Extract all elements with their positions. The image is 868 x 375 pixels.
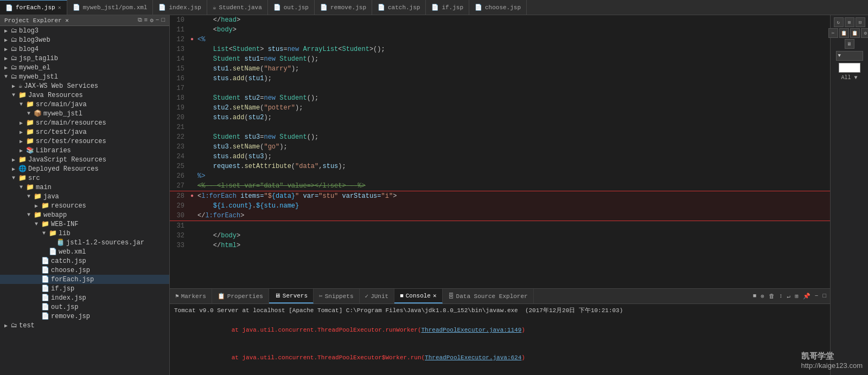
tree-item-remove-jsp[interactable]: 📄 remove.jsp [0,312,169,321]
tab-label: Snippets [325,293,354,300]
tree-item-label: index.jsp [51,294,86,302]
clear-icon[interactable]: 🗑 [767,292,776,301]
tree-item-libraries[interactable]: ▶ 📚 Libraries [0,146,169,155]
tab-out[interactable]: 📄 out.jsp [268,0,315,15]
collapse-icon[interactable]: ⧉ [138,17,142,24]
word-wrap-icon[interactable]: ↵ [786,292,793,301]
stop-icon[interactable]: ■ [751,292,758,301]
right-icon-btn-7[interactable]: ⚙ [861,28,869,38]
console-header: Tomcat v9.0 Server at localhost [Apache … [174,306,826,315]
tree-item-catch-jsp[interactable]: 📄 catch.jsp [0,256,169,266]
tab-remove[interactable]: 📄 remove.jsp [315,0,372,15]
tab-properties[interactable]: 📋 Properties [212,289,269,303]
tab-choose[interactable]: 📄 choose.jsp [469,0,527,15]
console-link-1[interactable]: ThreadPoolExecutor.java:1149 [421,327,521,333]
pin-icon[interactable]: 📌 [801,292,812,301]
right-icon-btn-3[interactable]: ⊟ [856,17,865,27]
tab-console[interactable]: ■ Console ✕ [394,289,442,303]
tab-student[interactable]: ☕ Student.java [207,0,268,15]
maximize-icon[interactable]: □ [161,17,165,24]
tree-item-myweb-el[interactable]: ▶ 🗂 myweb_el [0,63,169,72]
tree-item-src-test-res[interactable]: ▶ 📁 src/test/resources [0,137,169,146]
minimize-icon[interactable]: − [156,17,159,24]
tree-item-blog3web[interactable]: ▶ 🗂 blog3web [0,35,169,44]
tree-item-package-myweb-jstl[interactable]: ▼ 📦 myweb_jstl [0,109,169,118]
right-icon-btn-2[interactable]: ⊞ [845,17,854,27]
tree-item-jaxws[interactable]: ▶ ☕ JAX-WS Web Services [0,81,169,90]
tree-item-jstl-jar[interactable]: 🫙 jstl-1.2-sources.jar [0,238,169,247]
tree-item-web-xml[interactable]: 📄 web.xml [0,247,169,256]
tab-label: catch.jsp [388,4,420,11]
close-icon[interactable]: ✕ [58,4,61,11]
right-icon-btn-8[interactable]: 🖥 [845,39,854,49]
tree-item-src-main-res[interactable]: ▶ 📁 src/main/resources [0,118,169,127]
folder-icon: 📁 [18,174,27,182]
tree-item-jsp-taglib[interactable]: ▶ 🗂 jsp_taglib [0,54,169,63]
tree-item-webapp[interactable]: ▼ 📁 webapp [0,210,169,219]
expand-icon[interactable]: ≡ [144,17,148,24]
code-line: 14 Student stu1=new Student(); [170,54,830,64]
tree-item-web-inf[interactable]: ▼ 📁 WEB-INF [0,219,169,229]
console-line-1: at java.util.concurrent.ThreadPoolExecut… [174,316,826,344]
folder-icon: 📁 [26,137,34,145]
tab-snippets[interactable]: ✂ Snippets [314,289,359,303]
arrow-icon: ▼ [27,111,33,117]
folder-icon: 📁 [26,119,34,127]
arrow-icon: ▼ [20,101,25,107]
close-console-icon[interactable]: ✕ [433,292,437,299]
folder-icon: 📁 [18,91,27,99]
settings-icon[interactable]: ⚙ [150,17,154,24]
tree-item-java-resources[interactable]: ▼ 📁 Java Resources [0,90,169,100]
tree-item-src[interactable]: ▼ 📁 src [0,173,169,183]
tab-index[interactable]: 📄 index.jsp [153,0,207,15]
code-editor[interactable]: 10 </head> 11 <body> 12 ● <% [170,15,830,288]
tree-item-label: jstl-1.2-sources.jar [66,239,144,247]
tree-item-test[interactable]: ▶ 🗂 test [0,321,169,330]
tree-item-java[interactable]: ▼ 📁 java [0,192,169,201]
tree-item-js-resources[interactable]: ▶ 📁 JavaScript Resources [0,155,169,164]
console-link-2[interactable]: ThreadPoolExecutor.java:624 [425,354,521,361]
tree-item-resources[interactable]: ▶ 📁 resources [0,201,169,210]
code-line: 19 stu2.setName("potter"); [170,103,830,113]
tree-item-label: blog3 [19,27,39,35]
tree-item-deployed-resources[interactable]: ▶ 🌐 Deployed Resources [0,164,169,173]
disconnect-icon[interactable]: ⊗ [759,292,766,301]
tree-item-src-test-java[interactable]: ▶ 📁 src/test/java [0,127,169,137]
right-dropdown[interactable]: ▼ [836,51,863,61]
arrow-icon: ▼ [12,92,17,98]
tree-item-choose-jsp[interactable]: 📄 choose.jsp [0,266,169,275]
scroll-lock-icon[interactable]: ↕ [777,292,784,301]
tree-item-label: blog4 [19,46,39,53]
minimize-panel-icon[interactable]: − [813,292,820,301]
right-icon-btn-6[interactable]: 📋 [850,28,860,38]
tab-servers[interactable]: 🖥 Servers [269,289,314,303]
tree-item-myweb-jstl[interactable]: ▼ 🗂 myweb_jstl [0,72,169,81]
right-all-label[interactable]: All ▼ [841,75,857,81]
right-icon-btn-1[interactable]: ↻ [834,17,844,27]
code-line: 27 <%-- <l:set var="data" value=></l:set… [170,181,830,191]
project-icon: 🗂 [11,45,17,53]
tab-label: myweb_jstl/pom.xml [83,4,148,11]
tree-item-lib[interactable]: ▼ 📁 lib [0,229,169,238]
maximize-panel-icon[interactable]: □ [821,292,828,301]
right-icon-btn-5[interactable]: 📋 [839,28,849,38]
tree-item-index-jsp[interactable]: 📄 index.jsp [0,293,169,302]
tree-item-label: WEB-INF [51,221,78,228]
tree-item-label: forEach.jsp [51,276,94,283]
tab-pom[interactable]: 📄 myweb_jstl/pom.xml [67,0,154,15]
tree-item-out-jsp[interactable]: 📄 out.jsp [0,302,169,312]
tab-markers[interactable]: ⚑ Markers [170,289,212,303]
tab-junit[interactable]: ✓ JUnit [360,289,395,303]
tree-item-blog3[interactable]: ▶ 🗂 blog3 [0,26,169,35]
tree-item-blog4[interactable]: ▶ 🗂 blog4 [0,44,169,54]
tree-item-foreach-jsp[interactable]: 📄 forEach.jsp [0,275,169,284]
right-icon-btn-4[interactable]: ✂ [828,28,838,38]
tree-item-main[interactable]: ▼ 📁 main [0,183,169,192]
tab-foreach[interactable]: 📄 forEach.jsp ✕ [0,0,67,15]
open-console-icon[interactable]: ⊞ [793,292,800,301]
tree-item-if-jsp[interactable]: 📄 if.jsp [0,284,169,293]
tree-item-src-main-java[interactable]: ▼ 📁 src/main/java [0,100,169,109]
tab-if[interactable]: 📄 if.jsp [426,0,469,15]
tab-data-source[interactable]: 🗄 Data Source Explorer [443,289,534,303]
tab-catch[interactable]: 📄 catch.jsp [372,0,426,15]
